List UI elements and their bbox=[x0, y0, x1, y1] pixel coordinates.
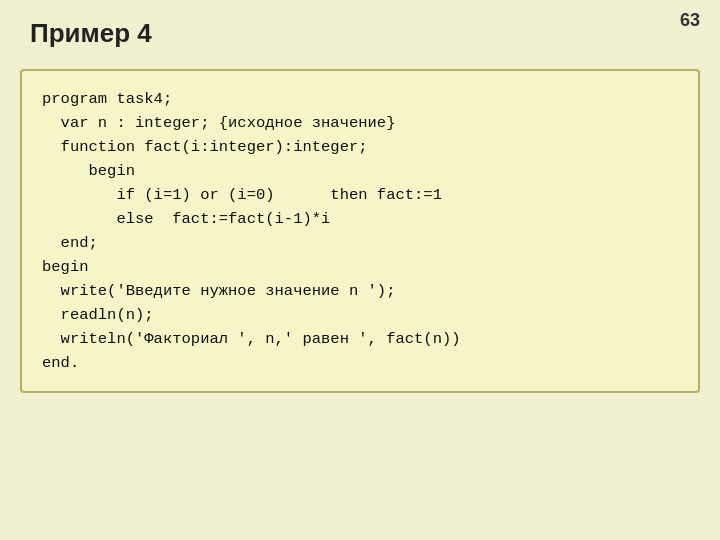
code-line: end. bbox=[42, 351, 678, 375]
page-title: Пример 4 bbox=[0, 0, 720, 59]
code-line: begin bbox=[42, 159, 678, 183]
code-line: readln(n); bbox=[42, 303, 678, 327]
code-line: write('Введите нужное значение n '); bbox=[42, 279, 678, 303]
code-line: program task4; bbox=[42, 87, 678, 111]
code-line: else fact:=fact(i-1)*i bbox=[42, 207, 678, 231]
code-block: program task4; var n : integer; {исходно… bbox=[42, 87, 678, 375]
code-line: begin bbox=[42, 255, 678, 279]
code-line: var n : integer; {исходное значение} bbox=[42, 111, 678, 135]
code-line: function fact(i:integer):integer; bbox=[42, 135, 678, 159]
page-number: 63 bbox=[680, 10, 700, 31]
code-line: writeln('Факториал ', n,' равен ', fact(… bbox=[42, 327, 678, 351]
code-line: if (i=1) or (i=0) then fact:=1 bbox=[42, 183, 678, 207]
code-line: end; bbox=[42, 231, 678, 255]
code-container: program task4; var n : integer; {исходно… bbox=[20, 69, 700, 393]
